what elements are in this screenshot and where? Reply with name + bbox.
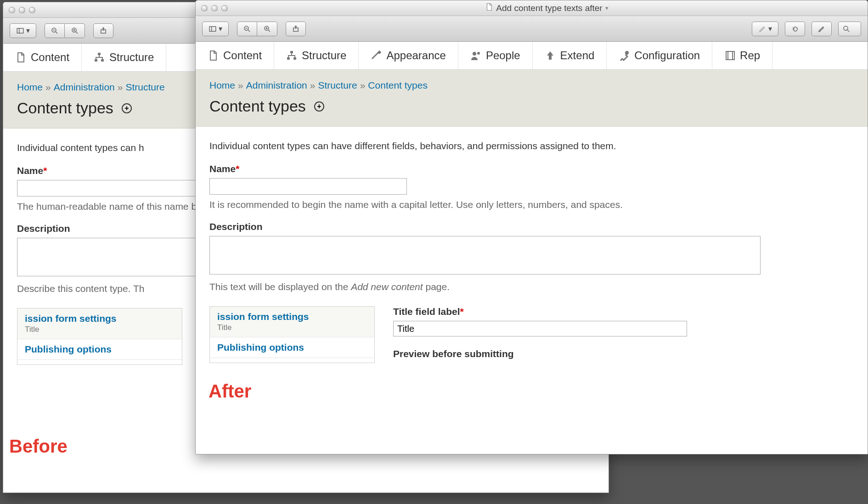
- svg-line-24: [847, 30, 849, 32]
- page-header: Home » Administration » Structure » Cont…: [196, 70, 868, 127]
- svg-line-3: [56, 32, 57, 34]
- window-title[interactable]: Add content type texts after ▾: [485, 3, 608, 13]
- menu-extend[interactable]: Extend: [533, 42, 607, 69]
- toolbar: ▾ ▾: [196, 16, 868, 42]
- intro-text: Individual content types can have differ…: [209, 140, 854, 151]
- add-button[interactable]: +: [122, 103, 132, 113]
- traffic-lights[interactable]: [201, 5, 228, 11]
- name-input[interactable]: [17, 180, 214, 196]
- svg-rect-10: [98, 53, 101, 55]
- svg-line-16: [248, 30, 250, 32]
- tab-title: ission form settings: [25, 313, 175, 324]
- zoom-out-button[interactable]: [45, 23, 65, 38]
- svg-rect-11: [95, 59, 97, 62]
- svg-rect-25: [290, 51, 293, 53]
- name-help: It is recommended to begin the name with…: [209, 199, 715, 210]
- page-title: Content types: [209, 97, 306, 115]
- breadcrumb: Home » Administration » Structure » Cont…: [209, 80, 854, 91]
- sidebar-toggle-button[interactable]: ▾: [202, 22, 229, 36]
- preview-label: Preview before submitting: [393, 348, 854, 359]
- crumb-structure[interactable]: Structure: [318, 80, 357, 91]
- zoom-out-button[interactable]: [237, 22, 257, 36]
- tab-subtitle: Title: [25, 325, 175, 334]
- admin-menu: Content Structure Appearance People Exte…: [196, 42, 868, 70]
- description-help: This text will be displayed on the Add n…: [209, 281, 715, 292]
- minimize-icon[interactable]: [211, 5, 218, 11]
- crumb-home[interactable]: Home: [209, 80, 235, 91]
- crumb-home[interactable]: Home: [17, 82, 43, 93]
- menu-label: Structure: [302, 49, 346, 62]
- edit-button[interactable]: [812, 22, 832, 36]
- chevron-down-icon[interactable]: ▾: [605, 5, 609, 11]
- menu-label: Rep: [740, 49, 760, 62]
- tab-publishing-options[interactable]: Publishing options: [17, 339, 182, 360]
- menu-label: People: [486, 49, 520, 62]
- revert-button[interactable]: [785, 22, 805, 36]
- menu-label: Appearance: [386, 49, 445, 62]
- crumb-sep: »: [310, 80, 316, 91]
- traffic-lights[interactable]: [9, 7, 35, 13]
- menu-label: Content: [223, 49, 262, 62]
- svg-rect-13: [209, 26, 216, 31]
- menu-reports[interactable]: Rep: [712, 42, 772, 69]
- pencil-dropdown-button[interactable]: ▾: [752, 22, 778, 36]
- document-icon: [485, 3, 493, 13]
- close-icon[interactable]: [9, 7, 15, 13]
- svg-point-31: [625, 51, 629, 55]
- crumb-admin[interactable]: Administration: [246, 80, 307, 91]
- crumb-sep: »: [118, 82, 123, 93]
- vertical-tabs: ission form settings Title Publishing op…: [17, 308, 182, 365]
- tab-submission-settings[interactable]: ission form settings Title: [17, 308, 182, 339]
- close-icon[interactable]: [201, 5, 208, 11]
- zoom-in-button[interactable]: [65, 23, 85, 38]
- tab-submission-settings[interactable]: ission form settings Title: [210, 307, 374, 337]
- share-button[interactable]: [286, 22, 306, 36]
- menu-label: Content: [31, 51, 69, 64]
- menu-label: Extend: [560, 49, 595, 62]
- sidebar-toggle-button[interactable]: ▾: [10, 23, 36, 38]
- menu-people[interactable]: People: [458, 42, 533, 69]
- tab-subtitle: Title: [217, 323, 367, 332]
- share-button[interactable]: [93, 23, 113, 38]
- crumb-sep: »: [45, 82, 51, 93]
- menu-content[interactable]: Content: [196, 42, 274, 69]
- name-input[interactable]: [209, 178, 407, 195]
- svg-rect-26: [287, 57, 290, 60]
- vertical-tabs: ission form settings Title Publishing op…: [209, 306, 375, 363]
- svg-point-30: [477, 52, 480, 55]
- crumb-structure[interactable]: Structure: [125, 82, 164, 93]
- menu-structure[interactable]: Structure: [82, 44, 166, 71]
- title-field-input[interactable]: [393, 321, 687, 336]
- svg-point-29: [473, 52, 476, 56]
- svg-line-6: [76, 32, 78, 34]
- window-title-text: Add content type texts after: [496, 3, 602, 13]
- zoom-icon[interactable]: [29, 7, 35, 13]
- menu-content[interactable]: Content: [3, 44, 82, 71]
- zoom-in-button[interactable]: [257, 22, 277, 36]
- minimize-icon[interactable]: [19, 7, 25, 13]
- crumb-sep: »: [238, 80, 243, 91]
- titlebar[interactable]: Add content type texts after ▾: [196, 0, 868, 16]
- tab-title: Publishing options: [25, 344, 175, 355]
- name-label: Name*: [209, 163, 854, 174]
- menu-configuration[interactable]: Configuration: [607, 42, 712, 69]
- tab-publishing-options[interactable]: Publishing options: [210, 337, 374, 358]
- description-input[interactable]: [209, 236, 761, 274]
- menu-label: Structure: [109, 51, 154, 64]
- menu-appearance[interactable]: Appearance: [359, 42, 458, 69]
- crumb-types[interactable]: Content types: [368, 80, 428, 91]
- menu-label: Configuration: [634, 49, 700, 62]
- crumb-admin[interactable]: Administration: [54, 82, 115, 93]
- add-button[interactable]: +: [314, 101, 324, 112]
- zoom-icon[interactable]: [221, 5, 228, 11]
- menu-structure[interactable]: Structure: [274, 42, 359, 69]
- window-after: Add content type texts after ▾ ▾ ▾ Conte…: [195, 0, 868, 454]
- crumb-sep: »: [360, 80, 366, 91]
- svg-rect-33: [728, 51, 734, 60]
- svg-line-19: [268, 30, 270, 32]
- search-button[interactable]: [838, 22, 861, 36]
- form-body: Individual content types can have differ…: [196, 127, 868, 381]
- tab-title: Publishing options: [217, 342, 367, 353]
- svg-rect-0: [17, 28, 23, 33]
- description-label: Description: [209, 221, 854, 232]
